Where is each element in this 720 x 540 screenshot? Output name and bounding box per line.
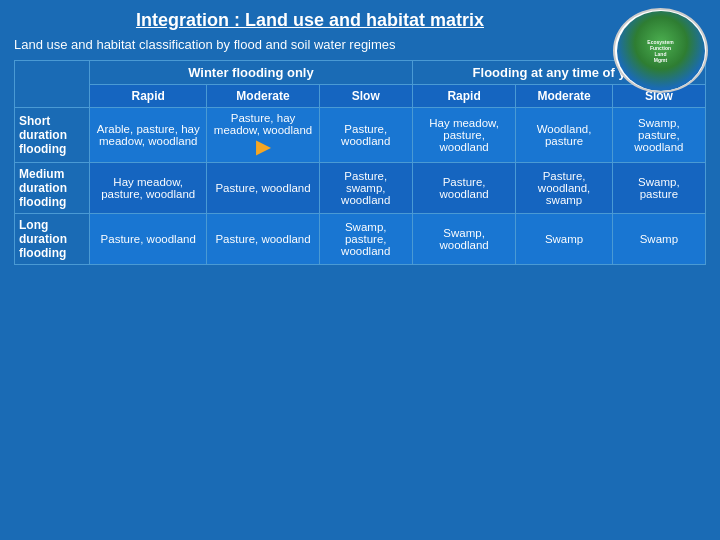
cell-long-w-moderate: Pasture, woodland — [207, 214, 319, 265]
cell-short-w-slow: Pasture, woodland — [319, 108, 412, 163]
main-container: Integration : Land use and habitat matri… — [0, 0, 720, 540]
cell-medium-w-moderate: Pasture, woodland — [207, 163, 319, 214]
cell-long-f-slow: Swamp — [612, 214, 705, 265]
arrow-icon: ▶ — [256, 136, 270, 158]
cell-long-f-moderate: Swamp — [516, 214, 612, 265]
cell-long-w-slow: Swamp, pasture, woodland — [319, 214, 412, 265]
cell-medium-w-rapid: Hay meadow, pasture, woodland — [90, 163, 207, 214]
sub-rapid-2: Rapid — [412, 85, 516, 108]
table-row: Longdurationflooding Pasture, woodland P… — [15, 214, 706, 265]
habitat-matrix-table: Winter flooding only Flooding at any tim… — [14, 60, 706, 265]
cell-medium-f-slow: Swamp, pasture — [612, 163, 705, 214]
cell-long-f-rapid: Swamp, woodland — [412, 214, 516, 265]
cell-medium-w-slow: Pasture, swamp, woodland — [319, 163, 412, 214]
cell-short-f-moderate: Woodland, pasture — [516, 108, 612, 163]
sub-rapid-1: Rapid — [90, 85, 207, 108]
subtitle: Land use and habitat classification by f… — [14, 37, 606, 52]
sub-moderate-1: Moderate — [207, 85, 319, 108]
drainage-header — [15, 61, 90, 108]
logo: EcosystemFunctionLandMgmt — [613, 8, 708, 93]
sub-slow-1: Slow — [319, 85, 412, 108]
cell-medium-f-rapid: Pasture, woodland — [412, 163, 516, 214]
row-label-short: Shortdurationflooding — [15, 108, 90, 163]
sub-moderate-2: Moderate — [516, 85, 612, 108]
logo-inner: EcosystemFunctionLandMgmt — [617, 11, 705, 91]
cell-short-w-rapid: Arable, pasture, hay meadow, woodland — [90, 108, 207, 163]
table-row: Shortdurationflooding Arable, pasture, h… — [15, 108, 706, 163]
cell-long-w-rapid: Pasture, woodland — [90, 214, 207, 265]
winter-flooding-header: Winter flooding only — [90, 61, 413, 85]
logo-text: EcosystemFunctionLandMgmt — [647, 39, 673, 63]
row-label-medium: Mediumdurationflooding — [15, 163, 90, 214]
cell-short-w-moderate: Pasture, hay meadow, woodland ▶ — [207, 108, 319, 163]
cell-short-f-slow: Swamp, pasture, woodland — [612, 108, 705, 163]
page-title: Integration : Land use and habitat matri… — [14, 10, 606, 31]
cell-short-f-rapid: Hay meadow, pasture, woodland — [412, 108, 516, 163]
row-label-long: Longdurationflooding — [15, 214, 90, 265]
table-row: Mediumdurationflooding Hay meadow, pastu… — [15, 163, 706, 214]
cell-medium-f-moderate: Pasture, woodland, swamp — [516, 163, 612, 214]
